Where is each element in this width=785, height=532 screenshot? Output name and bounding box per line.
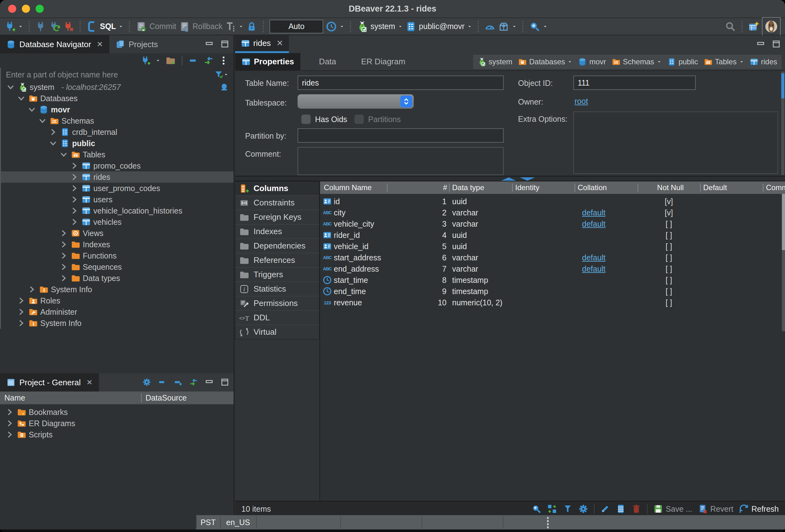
object-filter[interactable]: Enter a part of object name here (0, 68, 233, 81)
has-oids-box[interactable] (301, 115, 311, 124)
timezone-status[interactable]: PST (196, 515, 220, 530)
view-menu-icon[interactable] (219, 56, 229, 66)
project-link-icon[interactable] (189, 378, 198, 386)
grid-row-city[interactable]: ABCcity 2 varchar default [v] (320, 207, 785, 218)
compile-icon[interactable] (498, 21, 509, 32)
tablespace-stepper-icon[interactable] (400, 96, 412, 107)
tree-item-promo-codes[interactable]: promo_codes (1, 160, 233, 171)
history-dropdown-icon[interactable] (339, 24, 345, 29)
lock-icon[interactable] (246, 21, 257, 32)
grid-header-column-name[interactable]: Column Name (320, 183, 387, 192)
grid-edit-icon[interactable] (600, 504, 610, 514)
tree-item-roles[interactable]: Roles (1, 295, 233, 306)
breadcrumb-public[interactable]: public (667, 57, 698, 66)
chevron-down-icon[interactable] (6, 82, 15, 92)
editor-minimize-icon[interactable] (756, 40, 765, 48)
close-editor-tab-icon[interactable]: ✕ (276, 39, 283, 48)
commit-mode-combo[interactable]: Auto (270, 20, 323, 33)
project-item-scripts[interactable]: Scripts (0, 429, 233, 440)
chevron-right-icon[interactable] (59, 240, 68, 249)
side-tab-dependencies[interactable]: Dependencies (235, 238, 320, 253)
chevron-right-icon[interactable] (5, 419, 15, 428)
tree-item-sequences[interactable]: Sequences (1, 261, 233, 273)
grid-filter-icon[interactable] (563, 504, 573, 514)
tree-item-system[interactable]: system - localhost:26257 (1, 81, 233, 93)
grid-row-end-address[interactable]: ABCend_address 7 varchar default [ ] (320, 263, 785, 274)
side-tab-triggers[interactable]: Triggers (235, 267, 320, 282)
breadcrumb-movr[interactable]: movr (578, 57, 606, 66)
side-tab-ddl[interactable]: <>T DDL (235, 310, 320, 325)
subtab-data[interactable]: Data (300, 53, 343, 70)
table-name-input[interactable] (298, 76, 504, 90)
dashboard-icon[interactable] (484, 21, 496, 32)
tree-item-data-types[interactable]: Data types (1, 273, 233, 284)
tree-item-public[interactable]: public (1, 138, 233, 149)
project-expand-icon[interactable] (174, 378, 182, 386)
tree-item-indexes[interactable]: Indexes (1, 239, 233, 250)
project-col-datasource[interactable]: DataSource (141, 394, 233, 402)
search-dropdown-icon[interactable] (543, 24, 548, 29)
chevron-right-icon[interactable] (59, 262, 68, 272)
column-not-null[interactable]: [ ] (638, 231, 700, 240)
grid-transfer-icon[interactable] (547, 504, 557, 514)
refresh-button[interactable]: Refresh (739, 504, 779, 514)
chevron-right-icon[interactable] (70, 172, 79, 182)
link-with-editor-icon[interactable] (204, 56, 213, 66)
rollback-button[interactable]: Rollback (179, 21, 223, 32)
grid-row-start-address[interactable]: ABCstart_address 6 varchar default [ ] (320, 252, 785, 263)
chevron-right-icon[interactable] (70, 206, 79, 216)
chevron-right-icon[interactable] (70, 161, 79, 171)
nav-new-connection-icon[interactable] (141, 56, 151, 66)
grid-header-data-type[interactable]: Data type (449, 183, 512, 192)
side-tab-references[interactable]: References (235, 253, 320, 268)
project-item-er-diagrams[interactable]: ER Diagrams (0, 418, 233, 429)
tree-item-rides[interactable]: rides (1, 171, 233, 183)
column-not-null[interactable]: [v] (638, 197, 700, 206)
sash-up-icon[interactable] (501, 177, 516, 181)
grid-row-id[interactable]: id 1 uuid [v] (320, 196, 785, 207)
project-settings-icon[interactable] (143, 378, 151, 386)
grid-settings-icon[interactable] (578, 504, 588, 514)
subtab-er-diagram[interactable]: ER Diagram (343, 53, 412, 70)
has-oids-checkbox[interactable]: Has Oids (301, 115, 347, 124)
minimize-panel-icon[interactable] (205, 40, 213, 48)
column-not-null[interactable]: [ ] (638, 298, 700, 307)
tree-item-users[interactable]: users (1, 194, 233, 205)
sash-down-icon[interactable] (520, 177, 535, 181)
tree-item-movr[interactable]: movr (1, 104, 233, 115)
chevron-down-icon[interactable] (27, 105, 36, 114)
partitions-checkbox[interactable]: Partitions (354, 115, 401, 124)
project-collapse-icon[interactable] (158, 378, 167, 386)
side-tab-columns[interactable]: Columns (235, 181, 320, 196)
transaction-dropdown-icon[interactable] (238, 24, 244, 29)
owner-link[interactable]: root (575, 97, 588, 106)
chevron-right-icon[interactable] (5, 407, 15, 417)
tree-item-system-info[interactable]: System Info (1, 318, 233, 329)
grid-delete-icon[interactable] (631, 504, 641, 514)
chevron-down-icon[interactable] (48, 138, 58, 148)
new-connection-icon[interactable] (4, 21, 16, 32)
breadcrumb-dropdown-icon[interactable] (567, 59, 572, 64)
grid-header-comm[interactable]: Comm (763, 183, 785, 192)
transaction-history-icon[interactable] (326, 21, 337, 32)
chevron-right-icon[interactable] (27, 285, 36, 294)
grid-row-vehicle-city[interactable]: ABCvehicle_city 3 varchar default [ ] (320, 218, 785, 229)
new-connection-dropdown-icon[interactable] (18, 24, 23, 29)
side-tab-permissions[interactable]: Permissions (235, 296, 320, 311)
tree-item-views[interactable]: Views (1, 228, 233, 239)
grid-header-collation[interactable]: Collation (575, 183, 638, 192)
sql-editor-button[interactable]: SQL (86, 21, 123, 32)
grid-row-revenue[interactable]: 123revenue 10 numeric(10, 2) [ ] (320, 297, 785, 308)
profile-button[interactable] (762, 17, 781, 36)
tree-item-schemas[interactable]: Schemas (1, 115, 233, 126)
side-tab-indexes[interactable]: Indexes (235, 224, 320, 239)
column-not-null[interactable]: [ ] (638, 276, 700, 285)
chevron-right-icon[interactable] (70, 217, 79, 227)
revert-button[interactable]: Revert (698, 504, 733, 514)
commit-button[interactable]: Commit (135, 21, 176, 32)
collation-link[interactable]: default (582, 208, 605, 217)
tree-item-crdb-internal[interactable]: crdb_internal (1, 126, 233, 138)
subtab-properties[interactable]: Properties (235, 53, 300, 70)
side-tab-constraints[interactable]: Constraints (235, 196, 320, 210)
chevron-right-icon[interactable] (70, 195, 79, 204)
